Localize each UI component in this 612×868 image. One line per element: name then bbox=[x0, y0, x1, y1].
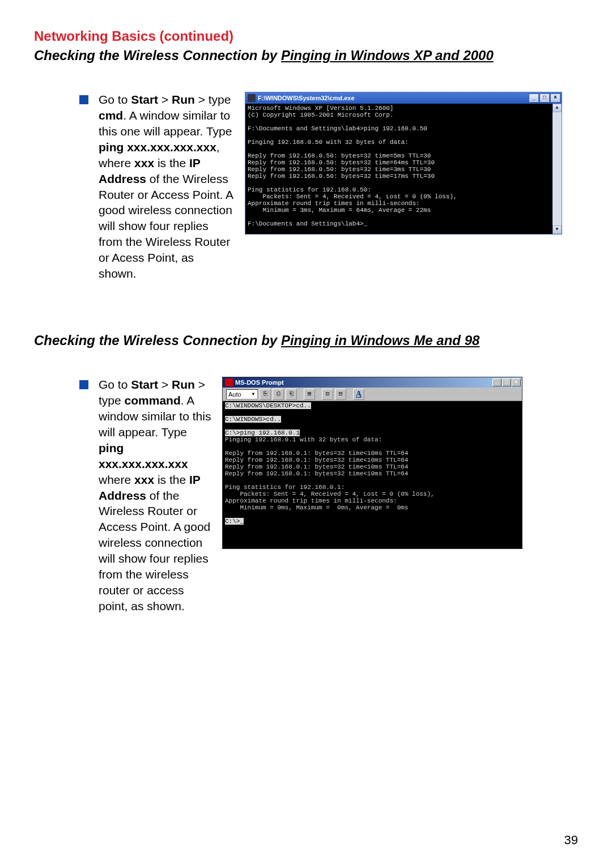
close-button[interactable]: × bbox=[512, 378, 521, 386]
t: xxx bbox=[134, 156, 154, 169]
cmd-window-xp: F:\WINDOWS\System32\cmd.exe _ □ × Micros… bbox=[245, 92, 562, 235]
minimize-button[interactable]: _ bbox=[529, 93, 539, 103]
toolbar-button[interactable]: ⎗ bbox=[286, 389, 297, 400]
t: > bbox=[158, 93, 172, 106]
subheading-xp-2000: Checking the Wireless Connection by Ping… bbox=[34, 48, 578, 63]
t: is the bbox=[154, 156, 189, 169]
scrollbar[interactable]: ▲ ▼ bbox=[552, 104, 562, 234]
bullet-icon bbox=[79, 380, 88, 389]
dos-toolbar: Auto ▼ ⎘ ⎙ ⎗ ⊞ ⊡ ⊟ A bbox=[223, 388, 522, 401]
instruction-xp: Go to Start > Run > type cmd. A window s… bbox=[99, 92, 235, 282]
toolbar-button[interactable]: ⊡ bbox=[322, 389, 333, 400]
font-button[interactable]: A bbox=[353, 389, 364, 400]
t: Start bbox=[131, 93, 158, 106]
scroll-down-icon[interactable]: ▼ bbox=[552, 225, 562, 234]
subheading-me-98: Checking the Wireless Connection by Ping… bbox=[34, 333, 578, 348]
t: ping xxx.xxx.xxx.xxx bbox=[99, 141, 216, 154]
t: Go to bbox=[99, 93, 131, 106]
titlebar: F:\WINDOWS\System32\cmd.exe _ □ × bbox=[245, 92, 562, 104]
t: ping xxx.xxx.xxx.xxx bbox=[99, 441, 188, 470]
prompt-line: C:\WINDOWS\DESKTOP>cd.. bbox=[225, 402, 311, 409]
toolbar-button[interactable]: ⊟ bbox=[335, 389, 346, 400]
t: where bbox=[99, 473, 134, 486]
section-title: Networking Basics (continued) bbox=[34, 28, 578, 44]
minimize-button[interactable]: _ bbox=[492, 378, 502, 386]
close-button[interactable]: × bbox=[550, 93, 560, 103]
t: > type bbox=[195, 93, 231, 106]
subheading-prefix: Checking the Wireless Connection by bbox=[34, 333, 281, 348]
prompt-line: C:\WINDOWS>cd.. bbox=[225, 416, 281, 423]
prompt-line: C:\>_ bbox=[225, 518, 244, 525]
t: cmd bbox=[99, 109, 123, 122]
subheading-underline: Pinging in Windows Me and 98 bbox=[281, 333, 479, 348]
t: Run bbox=[172, 378, 195, 391]
t: of the Wireless Router or Access Point. … bbox=[99, 172, 233, 280]
chevron-down-icon: ▼ bbox=[251, 392, 256, 397]
t: Start bbox=[131, 378, 158, 391]
t: command bbox=[125, 394, 181, 407]
titlebar: MS-DOS Prompt _ □ × bbox=[223, 377, 522, 388]
prompt-line: C:\>ping 192.168.0.1 bbox=[225, 429, 300, 436]
t: of the Wireless Router or Access Point. … bbox=[99, 489, 210, 612]
t: Run bbox=[172, 93, 195, 106]
t: xxx bbox=[134, 473, 154, 486]
font-size-select[interactable]: Auto ▼ bbox=[226, 389, 258, 399]
subheading-underline: Pinging in Windows XP and 2000 bbox=[281, 48, 494, 63]
subheading-prefix: Checking the Wireless Connection by bbox=[34, 48, 281, 63]
window-title: F:\WINDOWS\System32\cmd.exe bbox=[258, 95, 529, 101]
t: is the bbox=[154, 473, 189, 486]
terminal-output: C:\WINDOWS\DESKTOP>cd.. C:\WINDOWS>cd.. … bbox=[223, 401, 522, 548]
maximize-button[interactable]: □ bbox=[502, 378, 511, 386]
dos-icon bbox=[225, 378, 233, 386]
t: Go to bbox=[99, 378, 131, 391]
select-value: Auto bbox=[228, 391, 241, 398]
toolbar-button[interactable]: ⎘ bbox=[260, 389, 271, 400]
maximize-button[interactable]: □ bbox=[539, 93, 550, 103]
output-body: Pinging 192.168.0.1 with 32 bytes of dat… bbox=[225, 436, 435, 511]
window-title: MS-DOS Prompt bbox=[235, 379, 492, 386]
toolbar-button[interactable]: ⊞ bbox=[304, 389, 315, 400]
toolbar-button[interactable]: ⎙ bbox=[273, 389, 284, 400]
terminal-output: Microsoft Windows XP [Version 5.1.2600] … bbox=[245, 104, 552, 234]
t: > bbox=[158, 378, 172, 391]
instruction-98: Go to Start > Run > type command. A wind… bbox=[99, 377, 212, 614]
bullet-icon bbox=[79, 95, 88, 104]
cmd-icon bbox=[248, 94, 256, 102]
scroll-up-icon[interactable]: ▲ bbox=[552, 104, 562, 112]
page-number: 39 bbox=[564, 833, 578, 848]
dos-window-98: MS-DOS Prompt _ □ × Auto ▼ ⎘ ⎙ ⎗ bbox=[222, 377, 522, 549]
